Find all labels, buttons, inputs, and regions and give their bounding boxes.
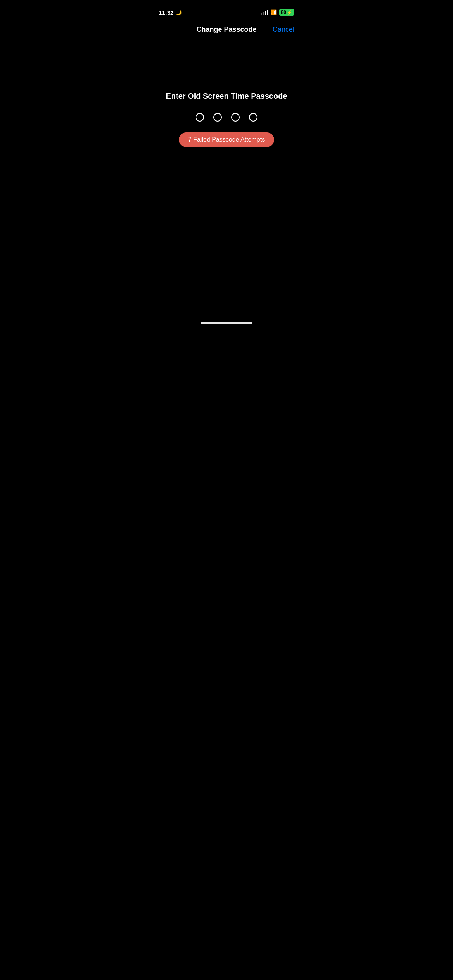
signal-bar-3 (265, 11, 266, 15)
passcode-prompt: Enter Old Screen Time Passcode (166, 92, 287, 101)
battery-bolt-icon: ⚡ (287, 10, 292, 15)
cancel-button[interactable]: Cancel (271, 26, 294, 34)
battery-indicator: 80 ⚡ (279, 9, 294, 16)
passcode-dot-2 (213, 113, 222, 122)
failed-attempts-badge: 7 Failed Passcode Attempts (179, 132, 274, 147)
passcode-dots-container (196, 113, 257, 122)
status-time: 11:32 🌙 (159, 9, 182, 16)
signal-bar-4 (267, 10, 268, 15)
passcode-dot-4 (249, 113, 257, 122)
signal-strength-icon (261, 10, 268, 15)
battery-level: 80 (281, 10, 286, 15)
signal-bar-1 (261, 13, 262, 15)
page-title: Change Passcode (182, 26, 271, 34)
passcode-dot-1 (196, 113, 204, 122)
passcode-dot-3 (231, 113, 240, 122)
time-display: 11:32 (159, 9, 173, 16)
moon-icon: 🌙 (175, 10, 182, 15)
home-indicator (201, 322, 252, 324)
navigation-bar: Change Passcode Cancel (151, 19, 302, 38)
status-right-icons: 📶 80 ⚡ (261, 9, 294, 16)
status-bar: 11:32 🌙 📶 80 ⚡ (151, 0, 302, 19)
wifi-icon: 📶 (270, 9, 277, 15)
signal-bar-2 (263, 12, 264, 15)
main-content: Enter Old Screen Time Passcode 7 Failed … (151, 92, 302, 147)
